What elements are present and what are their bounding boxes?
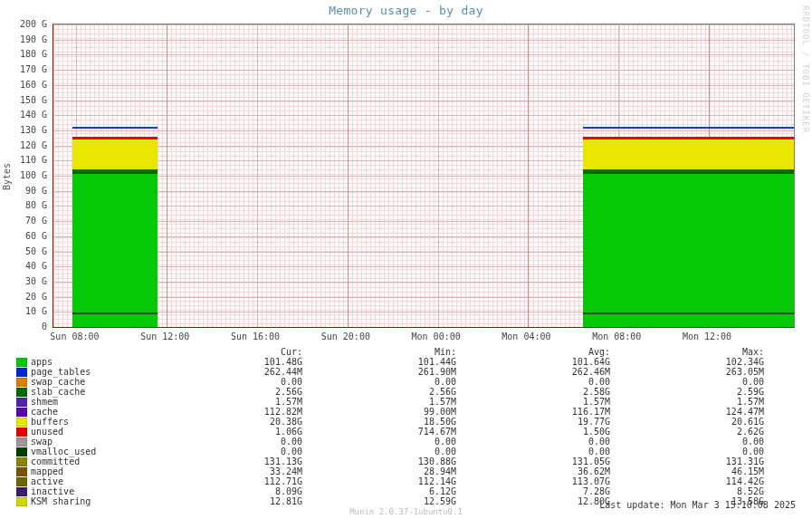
y-tick: 20 G	[2, 292, 47, 302]
legend-name: inactive	[31, 486, 148, 496]
legend-avg: 1.50G	[456, 427, 610, 437]
y-tick: 10 G	[2, 306, 47, 316]
legend-min: 130.88G	[302, 457, 456, 466]
x-tick: Sun 12:00	[140, 332, 189, 341]
legend-max: 46.15M	[610, 466, 764, 476]
legend-avg: 131.05G	[456, 457, 610, 466]
legend-name: committed	[31, 457, 148, 466]
legend-row: vmalloc_used0.000.000.000.00	[16, 447, 795, 457]
legend-row: slab_cache2.56G2.56G2.58G2.59G	[16, 387, 795, 397]
y-tick: 120 G	[2, 140, 47, 150]
legend-row: apps101.48G101.44G101.64G102.34G	[16, 357, 795, 367]
x-tick: Mon 00:00	[412, 332, 461, 341]
legend-swatch	[16, 398, 27, 407]
rrdtool-watermark: RRDTOOL / TOBI OETIKER	[801, 5, 810, 133]
legend-row: cache112.82M99.00M116.17M124.47M	[16, 407, 795, 417]
legend-avg: 1.57M	[456, 397, 610, 407]
legend-max: 20.61G	[610, 417, 764, 427]
legend-avg: 0.00	[456, 437, 610, 447]
legend-min: 28.94M	[302, 466, 456, 476]
committed-line	[72, 127, 157, 129]
x-tick: Mon 08:00	[592, 332, 641, 341]
chart-title: Memory usage - by day	[0, 4, 812, 17]
legend-avg: 2.58G	[456, 387, 610, 397]
y-tick: 30 G	[2, 276, 47, 286]
legend-min: 6.12G	[302, 486, 456, 496]
legend-row: active112.71G112.14G113.07G114.42G	[16, 476, 795, 486]
legend-min: 112.14G	[302, 476, 456, 486]
legend-max: 8.52G	[610, 486, 764, 496]
legend-cur: 101.48G	[148, 357, 302, 367]
legend-name: mapped	[31, 466, 148, 476]
y-tick: 70 G	[2, 216, 47, 226]
legend-cur: 0.00	[148, 437, 302, 447]
legend-max: 114.42G	[610, 476, 764, 486]
legend-max: 0.00	[610, 437, 764, 447]
y-tick: 100 G	[2, 170, 47, 180]
y-tick: 150 G	[2, 95, 47, 105]
legend-min: 1.57M	[302, 397, 456, 407]
legend-max: 102.34G	[610, 357, 764, 367]
legend-cur: 1.57M	[148, 397, 302, 407]
legend-avg: 262.46M	[456, 367, 610, 377]
legend-cur: 112.82M	[148, 407, 302, 417]
legend-cur: 2.56G	[148, 387, 302, 397]
legend-min: 0.00	[302, 377, 456, 387]
y-tick: 130 G	[2, 125, 47, 135]
legend-cur: 0.00	[148, 377, 302, 387]
y-tick: 180 G	[2, 49, 47, 59]
y-tick: 90 G	[2, 186, 47, 196]
legend-swatch	[16, 497, 27, 506]
legend-avg: 36.62M	[456, 466, 610, 476]
legend-cur: 12.81G	[148, 496, 302, 506]
inactive-line	[72, 312, 157, 314]
stacked-area-block	[583, 137, 794, 327]
legend-cur: 262.44M	[148, 367, 302, 377]
x-tick: Mon 12:00	[683, 332, 731, 341]
legend-name: vmalloc_used	[31, 447, 148, 457]
legend-swatch	[16, 358, 27, 367]
legend-row: buffers20.38G18.50G19.77G20.61G	[16, 417, 795, 427]
y-tick: 190 G	[2, 34, 47, 44]
legend-avg: 113.07G	[456, 476, 610, 486]
legend-cur: 1.06G	[148, 427, 302, 437]
legend-name: swap_cache	[31, 377, 148, 387]
y-tick: 140 G	[2, 110, 47, 120]
legend-name: shmem	[31, 397, 148, 407]
legend-max: 0.00	[610, 447, 764, 457]
legend-swatch	[16, 447, 27, 457]
legend-min: 2.56G	[302, 387, 456, 397]
y-tick: 80 G	[2, 200, 47, 210]
legend-avg: 116.17M	[456, 407, 610, 417]
legend-avg: 19.77G	[456, 417, 610, 427]
legend-row: page_tables262.44M261.90M262.46M263.05M	[16, 367, 795, 377]
legend-avg: 0.00	[456, 377, 610, 387]
legend-min: 714.67M	[302, 427, 456, 437]
y-tick: 110 G	[2, 155, 47, 165]
legend-name: apps	[31, 357, 148, 367]
legend-cur: 33.24M	[148, 466, 302, 476]
legend-avg: 0.00	[456, 447, 610, 457]
legend-min: 0.00	[302, 447, 456, 457]
legend-cur: 112.71G	[148, 476, 302, 486]
legend-min: 101.44G	[302, 357, 456, 367]
legend-row: unused1.06G714.67M1.50G2.62G	[16, 427, 795, 437]
stacked-area-block	[72, 137, 157, 327]
legend-max: 131.31G	[610, 457, 764, 466]
legend-min: 18.50G	[302, 417, 456, 427]
legend-row: shmem1.57M1.57M1.57M1.57M	[16, 397, 795, 407]
legend-swatch	[16, 437, 27, 447]
legend-cur: 0.00	[148, 447, 302, 457]
munin-version: Munin 2.0.37-1ubuntu0.1	[0, 507, 812, 516]
legend-table: Cur: Min: Avg: Max: apps101.48G101.44G10…	[16, 347, 795, 506]
y-tick: 170 G	[2, 64, 47, 74]
legend-max: 1.57M	[610, 397, 764, 407]
x-tick: Sun 08:00	[50, 332, 99, 341]
y-tick: 60 G	[2, 231, 47, 241]
legend-avg: 7.28G	[456, 486, 610, 496]
legend-max: 263.05M	[610, 367, 764, 377]
legend-swatch	[16, 408, 27, 417]
legend-name: page_tables	[31, 367, 148, 377]
y-tick: 50 G	[2, 246, 47, 256]
legend-cur: 131.13G	[148, 457, 302, 466]
